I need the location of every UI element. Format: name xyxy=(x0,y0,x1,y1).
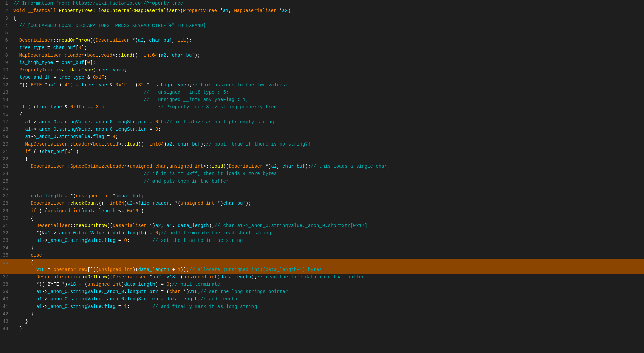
lc-3: { xyxy=(13,15,644,22)
lc-19: a1->_anon_0.stringValue.flag = 4; xyxy=(14,133,644,140)
lc-23: Deserialiser::SpaceOptimizedLoader<unsig… xyxy=(14,163,644,170)
ln-29: 29 xyxy=(0,207,14,215)
line-6: 6 Deserialiser::readOrThrow((Deserialise… xyxy=(0,37,644,44)
line-36: 36 { v18 = operator new[]((unsigned int)… xyxy=(0,259,644,274)
ln-22: 22 xyxy=(0,156,14,163)
ln-8: 8 xyxy=(0,52,13,59)
line-37: 37 Deserialiser::readOrThrow((Deserialis… xyxy=(0,274,644,281)
line-26: 26 xyxy=(0,185,644,193)
line-13: 13 // unsigned __int8 type : 5; xyxy=(0,89,644,96)
line-40: 40 a1->_anon_0.stringValue._anon_0.longS… xyxy=(0,296,644,303)
ln-6: 6 xyxy=(0,37,13,44)
ln-10: 10 xyxy=(0,67,14,74)
lc-17: a1->_anon_0.stringValue._anon_0.longStr.… xyxy=(14,119,644,126)
ln-30: 30 xyxy=(0,215,14,222)
line-32: 32 *(&a1->_anon_0.boolValue + data_lengt… xyxy=(0,230,644,237)
lc-1: // Information from: https://wiki.factor… xyxy=(13,0,644,7)
lc-25: // and puts them in the buffer xyxy=(14,178,644,185)
ln-18: 18 xyxy=(0,126,14,133)
line-27: 27 data_length = *(unsigned int *)char_b… xyxy=(0,193,644,200)
ln-19: 19 xyxy=(0,133,14,140)
ln-38: 38 xyxy=(0,281,14,288)
lc-34: } xyxy=(14,245,644,252)
lc-44: } xyxy=(14,325,644,332)
ln-43: 43 xyxy=(0,318,14,325)
line-35: 35 else xyxy=(0,252,644,259)
ln-20: 20 xyxy=(0,141,14,148)
lc-31: Deserialiser::readOrThrow((Deserialiser … xyxy=(14,222,644,229)
line-43: 43 } xyxy=(0,318,644,325)
line-23: 23 Deserialiser::SpaceOptimizedLoader<un… xyxy=(0,163,644,170)
ln-14: 14 xyxy=(0,96,14,103)
lc-40: a1->_anon_0.stringValue._anon_0.longStr.… xyxy=(14,296,644,303)
line-31: 31 Deserialiser::readOrThrow((Deserialis… xyxy=(0,222,644,230)
ln-31: 31 xyxy=(0,222,14,229)
line-22: 22 { xyxy=(0,156,644,163)
lc-43: } xyxy=(14,318,644,325)
line-15: 15 if ( (tree_type & 0x1F) == 3 ) // Pro… xyxy=(0,104,644,111)
line-25: 25 // and puts them in the buffer xyxy=(0,178,644,185)
lc-41: a1->_anon_0.stringValue.flag = 1; // and… xyxy=(14,303,644,310)
lc-16: { xyxy=(14,111,644,118)
lc-12: *((_BYTE *)a1 + 41) = tree_type & 0x1F |… xyxy=(14,82,644,89)
lc-8: MapDeserialiser::Loader<bool,void>::load… xyxy=(13,52,644,59)
lc-28: Deserialiser::checkCount((__int64)a2->fi… xyxy=(14,200,644,207)
lc-29: if ( (unsigned int)data_length <= 0x16 ) xyxy=(14,207,644,215)
lc-37: Deserialiser::readOrThrow((Deserialiser … xyxy=(14,274,644,281)
lc-7: tree_type = char_buf[0]; xyxy=(13,44,644,52)
ln-13: 13 xyxy=(0,89,14,96)
ln-15: 15 xyxy=(0,104,14,111)
line-9: 9 is_high_type = char_buf[0]; xyxy=(0,59,644,67)
line-17: 17 a1->_anon_0.stringValue._anon_0.longS… xyxy=(0,119,644,126)
ln-3: 3 xyxy=(0,15,13,22)
lc-13: // unsigned __int8 type : 5; xyxy=(14,89,644,96)
ln-2: 2 xyxy=(0,7,13,14)
lc-38: *((_BYTE *)v18 + (unsigned int)data_leng… xyxy=(14,281,644,288)
ln-23: 23 xyxy=(0,163,14,170)
line-34: 34 } xyxy=(0,245,644,252)
ln-17: 17 xyxy=(0,119,14,126)
lc-15: if ( (tree_type & 0x1F) == 3 ) // Proper… xyxy=(14,104,644,111)
lc-39: a1->_anon_0.stringValue._anon_0.longStr.… xyxy=(14,288,644,295)
line-42: 42 } xyxy=(0,311,644,318)
line-41: 41 a1->_anon_0.stringValue.flag = 1; // … xyxy=(0,303,644,311)
lc-33: a1->_anon_0.stringValue.flag = 0; // set… xyxy=(14,237,644,244)
line-3: 3 { xyxy=(0,15,644,22)
lc-14: // unsigned __int8 anyTypeFlag : 1; xyxy=(14,96,644,103)
lc-27: data_length = *(unsigned int *)char_buf; xyxy=(14,193,644,200)
lc-21: if ( !char_buf[0] ) xyxy=(14,148,644,155)
line-11: 11 type_and_1f = tree_type & 0x1F; xyxy=(0,74,644,82)
ln-28: 28 xyxy=(0,200,14,207)
line-38: 38 *((_BYTE *)v18 + (unsigned int)data_l… xyxy=(0,281,644,288)
line-28: 28 Deserialiser::checkCount((__int64)a2-… xyxy=(0,200,644,207)
lc-42: } xyxy=(14,311,644,318)
line-7: 7 tree_type = char_buf[0]; xyxy=(0,44,644,52)
lc-9: is_high_type = char_buf[0]; xyxy=(13,59,644,66)
ln-16: 16 xyxy=(0,111,14,118)
line-44: 44 } xyxy=(0,325,644,333)
ln-35: 35 xyxy=(0,252,14,259)
ln-27: 27 xyxy=(0,193,14,200)
lc-30: { xyxy=(14,215,644,222)
lc-6: Deserialiser::readOrThrow((Deserialiser … xyxy=(13,37,644,44)
line-33: 33 a1->_anon_0.stringValue.flag = 0; // … xyxy=(0,237,644,245)
ln-37: 37 xyxy=(0,274,14,281)
lc-18: a1->_anon_0.stringValue._anon_0.longStr.… xyxy=(14,126,644,133)
lc-4: // [COLLAPSED LOCAL DECLARATIONS. PRESS … xyxy=(13,22,644,29)
line-5: 5 xyxy=(0,30,644,37)
ln-12: 12 xyxy=(0,82,14,89)
lc-10: PropertyTree::validateType(tree_type); xyxy=(14,67,644,74)
code-editor[interactable]: 1 // Information from: https://wiki.fact… xyxy=(0,0,644,353)
ln-26: 26 xyxy=(0,185,14,192)
lc-20: MapDeserialiser::Loader<bool,void>::load… xyxy=(14,141,644,148)
line-24: 24 // if it is == 0xff, then it loads 4 … xyxy=(0,170,644,178)
line-20: 20 MapDeserialiser::Loader<bool,void>::l… xyxy=(0,141,644,148)
line-16: 16 { xyxy=(0,111,644,119)
ln-25: 25 xyxy=(0,178,14,185)
line-29: 29 if ( (unsigned int)data_length <= 0x1… xyxy=(0,207,644,215)
line-14: 14 // unsigned __int8 anyTypeFlag : 1; xyxy=(0,96,644,104)
line-21: 21 if ( !char_buf[0] ) xyxy=(0,148,644,156)
lc-35: else xyxy=(14,252,644,259)
ln-21: 21 xyxy=(0,148,14,155)
ln-5: 5 xyxy=(0,30,13,37)
